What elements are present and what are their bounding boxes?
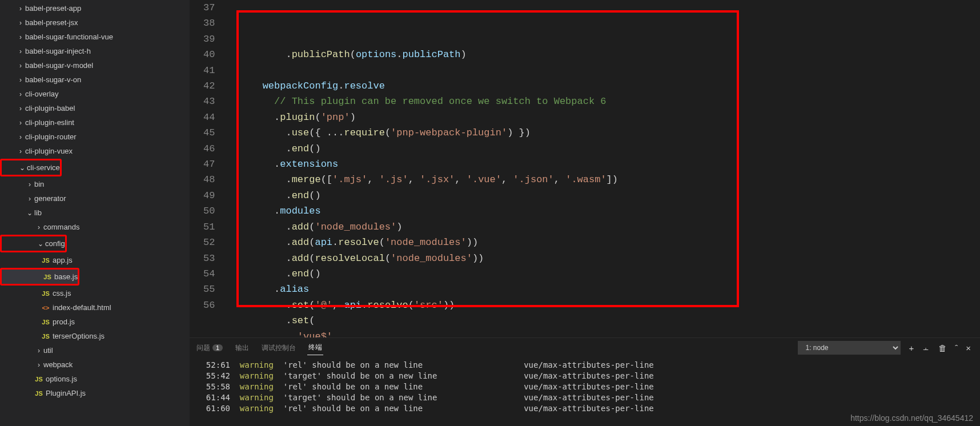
tree-item-label: cli-overlay [25, 90, 190, 98]
tree-item-babel-sugar-functional-vue[interactable]: ›babel-sugar-functional-vue [0, 30, 190, 44]
code-line[interactable]: .plugin('pnp') [227, 110, 980, 125]
line-number: 40 [203, 47, 215, 62]
close-icon[interactable]: × [966, 343, 971, 353]
tree-item-generator[interactable]: ›generator [0, 191, 190, 206]
tree-item-PluginAPI-js[interactable]: JSPluginAPI.js [0, 386, 190, 400]
tree-item-cli-service[interactable]: ⌄cli-service [2, 160, 60, 175]
tree-item-babel-sugar-v-model[interactable]: ›babel-sugar-v-model [0, 58, 190, 73]
tree-item-config[interactable]: ⌄config [2, 236, 65, 251]
js-file-icon: JS [41, 257, 50, 264]
code-line[interactable]: .extensions [227, 156, 980, 172]
code-line[interactable]: .use({ ...require('pnp-webpack-plugin') … [227, 125, 980, 140]
code-line[interactable]: .set( [227, 313, 980, 328]
tree-item-label: lib [34, 208, 190, 217]
code-line[interactable]: .end() [227, 188, 980, 203]
tree-item-terserOptions-js[interactable]: JSterserOptions.js [0, 329, 190, 343]
line-number: 54 [203, 266, 215, 282]
maximize-icon[interactable]: ˆ [955, 343, 958, 353]
chevron-icon: › [34, 361, 43, 369]
tree-item-cli-plugin-eslint[interactable]: ›cli-plugin-eslint [0, 115, 190, 130]
code-line[interactable]: .add(resolveLocal('node_modules')) [227, 251, 980, 266]
tree-item-label: config [45, 239, 65, 248]
code-area[interactable]: .publicPath(options.publicPath) webpackC… [226, 0, 980, 337]
tree-item-index-default-html[interactable]: <>index-default.html [0, 300, 190, 315]
line-number: 42 [203, 78, 215, 94]
terminal-line: 61:44 warning 'target' should be on a ne… [196, 392, 973, 403]
line-number: 39 [203, 31, 215, 47]
code-line[interactable] [227, 63, 980, 78]
line-number: 46 [203, 141, 215, 156]
js-file-icon: JS [43, 274, 52, 280]
chevron-icon: › [16, 76, 25, 84]
line-number: 45 [203, 125, 215, 140]
chevron-icon: › [25, 180, 34, 188]
tree-item-label: generator [34, 194, 190, 203]
tree-item-label: cli-service [27, 163, 60, 172]
terminal-select[interactable]: 1: node [798, 341, 901, 355]
code-line[interactable]: .alias [227, 282, 980, 297]
code-line[interactable]: webpackConfig.resolve [227, 78, 980, 94]
panel-tab-问题[interactable]: 问题1 [195, 341, 224, 355]
tree-item-css-js[interactable]: JScss.js [0, 286, 190, 300]
code-line[interactable]: .publicPath(options.publicPath) [227, 47, 980, 62]
tree-item-babel-sugar-inject-h[interactable]: ›babel-sugar-inject-h [0, 44, 190, 58]
tree-item-options-js[interactable]: JSoptions.js [0, 372, 190, 386]
code-line[interactable]: // This plugin can be removed once we sw… [227, 94, 980, 109]
tree-item-cli-plugin-vuex[interactable]: ›cli-plugin-vuex [0, 144, 190, 158]
tree-item-label: base.js [54, 272, 78, 281]
tree-item-webpack[interactable]: ›webpack [0, 357, 190, 372]
new-terminal-icon[interactable]: + [909, 343, 914, 353]
tree-item-babel-preset-jsx[interactable]: ›babel-preset-jsx [0, 15, 190, 30]
tree-item-commands[interactable]: ›commands [0, 220, 190, 234]
tree-item-cli-overlay[interactable]: ›cli-overlay [0, 87, 190, 101]
tree-item-prod-js[interactable]: JSprod.js [0, 315, 190, 329]
line-number-gutter: 3738394041424344454647484950515253545556 [190, 0, 226, 337]
code-line[interactable]: .set('@', api.resolve('src')) [227, 298, 980, 313]
chevron-icon: › [16, 105, 25, 112]
tree-item-util[interactable]: ›util [0, 343, 190, 357]
tree-item-lib[interactable]: ⌄lib [0, 206, 190, 220]
terminal-line: 55:58 warning 'rel' should be on a new l… [196, 381, 973, 392]
tree-item-label: options.js [46, 375, 190, 383]
code-line[interactable]: .end() [227, 141, 980, 156]
chevron-icon: › [16, 119, 25, 127]
split-terminal-icon[interactable]: ⫠ [922, 343, 930, 353]
tree-item-app-js[interactable]: JSapp.js [0, 253, 190, 267]
tree-item-babel-preset-app[interactable]: ›babel-preset-app [0, 1, 190, 15]
code-line[interactable]: .add('node_modules') [227, 219, 980, 235]
tree-item-label: index-default.html [53, 303, 190, 312]
tree-item-label: cli-plugin-babel [25, 104, 190, 112]
chevron-icon: ⌄ [18, 164, 27, 172]
tree-item-label: babel-sugar-functional-vue [25, 33, 190, 41]
tree-item-label: app.js [53, 256, 190, 264]
code-line[interactable]: .add(api.resolve('node_modules')) [227, 235, 980, 250]
code-line[interactable]: 'vue$', [227, 329, 980, 337]
tree-item-label: babel-preset-app [25, 4, 190, 13]
terminal-line: 61:60 warning 'rel' should be on a new l… [196, 403, 973, 414]
tree-item-cli-plugin-babel[interactable]: ›cli-plugin-babel [0, 101, 190, 115]
chevron-icon: › [34, 347, 43, 355]
tree-item-bin[interactable]: ›bin [0, 177, 190, 191]
trash-icon[interactable]: 🗑 [938, 343, 947, 353]
line-number: 44 [203, 110, 215, 125]
code-line[interactable]: .modules [227, 203, 980, 219]
tree-item-label: babel-preset-jsx [25, 18, 190, 27]
code-line[interactable]: .merge(['.mjs', '.js', '.jsx', '.vue', '… [227, 172, 980, 187]
chevron-icon: › [16, 62, 25, 70]
file-explorer[interactable]: ›babel-preset-app›babel-preset-jsx›babel… [0, 0, 190, 426]
tree-item-label: babel-sugar-v-model [25, 61, 190, 70]
panel-tab-终端[interactable]: 终端 [307, 340, 323, 355]
tree-item-label: prod.js [53, 318, 190, 326]
tree-item-babel-sugar-v-on[interactable]: ›babel-sugar-v-on [0, 73, 190, 87]
chevron-icon: › [16, 133, 25, 141]
panel-tab-调试控制台[interactable]: 调试控制台 [260, 341, 297, 355]
code-editor[interactable]: 3738394041424344454647484950515253545556… [190, 0, 980, 337]
tree-item-label: babel-sugar-inject-h [25, 47, 190, 55]
code-line[interactable]: .end() [227, 266, 980, 282]
panel-tab-输出[interactable]: 输出 [234, 341, 250, 355]
tree-item-base-js[interactable]: JSbase.js [2, 270, 78, 284]
tree-item-cli-plugin-router[interactable]: ›cli-plugin-router [0, 130, 190, 144]
tree-item-label: babel-sugar-v-on [25, 75, 190, 84]
tree-item-label: terserOptions.js [53, 332, 190, 340]
tree-item-label: cli-plugin-eslint [25, 118, 190, 127]
